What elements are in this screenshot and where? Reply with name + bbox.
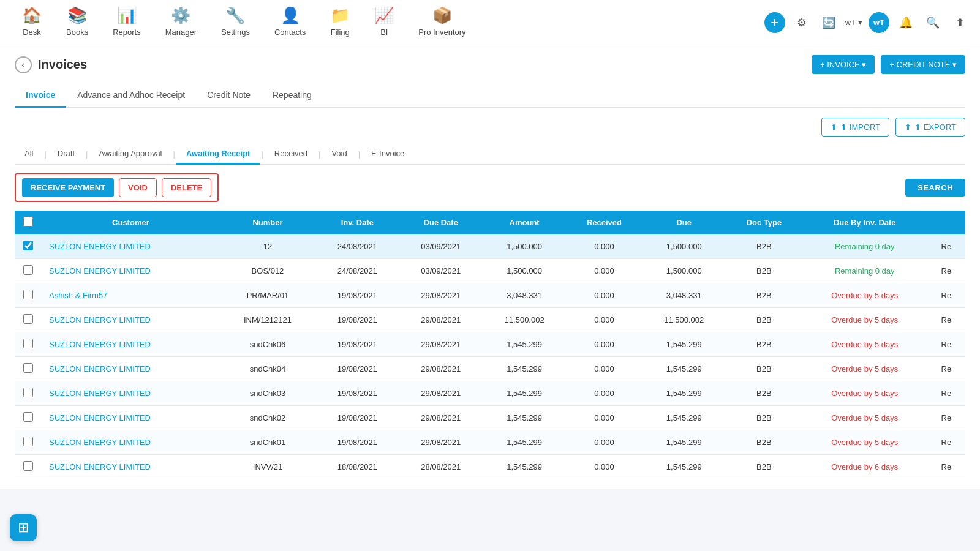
amount-cell: 1,545.299	[483, 357, 566, 381]
filter-awaiting-approval[interactable]: Awaiting Approval	[89, 144, 172, 165]
amount-cell: 1,545.299	[483, 406, 566, 430]
received-cell: 0.000	[566, 357, 642, 381]
received-cell: 0.000	[566, 406, 642, 430]
row-checkbox-1[interactable]	[23, 265, 33, 275]
extra-cell: Re	[927, 357, 965, 381]
filter-awaiting-receipt[interactable]: Awaiting Receipt	[176, 144, 260, 165]
row-checkbox-cell	[15, 381, 42, 406]
search-nav-button[interactable]: 🔍	[922, 12, 943, 33]
row-checkbox-9[interactable]	[23, 461, 33, 471]
invoice-dropdown-button[interactable]: + INVOICE ▾	[812, 55, 875, 74]
row-checkbox-2[interactable]	[23, 290, 33, 299]
export-button[interactable]: ⬆ ⬆ EXPORT	[895, 118, 965, 137]
customer-link[interactable]: SUZLON ENERGY LIMITED	[49, 438, 151, 447]
nav-manager[interactable]: ⚙️ Manager	[153, 0, 209, 45]
customer-link[interactable]: SUZLON ENERGY LIMITED	[49, 266, 151, 276]
tab-invoice[interactable]: Invoice	[15, 84, 66, 108]
desk-icon: 🏠	[22, 6, 42, 25]
due-cell: 1,545.299	[643, 381, 726, 406]
tab-credit-note[interactable]: Credit Note	[196, 84, 262, 108]
row-checkbox-4[interactable]	[23, 339, 33, 348]
customer-link[interactable]: SUZLON ENERGY LIMITED	[49, 462, 151, 471]
number-cell: sndChk06	[220, 332, 315, 357]
customer-link[interactable]: SUZLON ENERGY LIMITED	[49, 389, 151, 398]
nav-desk[interactable]: 🏠 Desk	[10, 0, 54, 45]
credit-note-dropdown-button[interactable]: + CREDIT NOTE ▾	[881, 55, 965, 74]
received-cell: 0.000	[566, 430, 642, 455]
table-row: SUZLON ENERGY LIMITED 12 24/08/2021 03/0…	[15, 234, 965, 259]
filter-void[interactable]: Void	[322, 144, 356, 165]
nav-contacts-label: Contacts	[274, 28, 306, 37]
row-checkbox-8[interactable]	[23, 437, 33, 446]
org-label-row[interactable]: wT ▾	[845, 18, 862, 27]
nav-pro-inventory[interactable]: 📦 Pro Inventory	[406, 0, 478, 45]
pro-inventory-icon: 📦	[432, 6, 452, 25]
select-all-checkbox[interactable]	[23, 217, 33, 227]
filing-icon: 📁	[330, 6, 350, 25]
contacts-icon: 👤	[281, 6, 300, 25]
customer-link[interactable]: SUZLON ENERGY LIMITED	[49, 413, 151, 422]
extra-cell: Re	[927, 430, 965, 455]
nav-bi[interactable]: 📈 BI	[362, 0, 406, 45]
nav-settings[interactable]: 🔧 Settings	[209, 0, 262, 45]
customer-link[interactable]: SUZLON ENERGY LIMITED	[49, 364, 151, 373]
org-switcher[interactable]: 🔄	[818, 12, 839, 33]
row-checkbox-7[interactable]	[23, 412, 33, 422]
number-cell: sndChk01	[220, 430, 315, 455]
nav-books[interactable]: 📚 Books	[54, 0, 100, 45]
export-nav-button[interactable]: ⬆	[949, 12, 970, 33]
filter-e-invoice[interactable]: E-Invoice	[361, 144, 414, 165]
row-checkbox-5[interactable]	[23, 363, 33, 373]
void-button[interactable]: VOID	[119, 178, 157, 197]
customer-link[interactable]: SUZLON ENERGY LIMITED	[49, 315, 151, 324]
export-btn-label: ⬆ EXPORT	[914, 122, 956, 132]
import-btn-label: ⬆ IMPORT	[840, 122, 880, 132]
row-checkbox-3[interactable]	[23, 314, 33, 324]
received-cell: 0.000	[566, 381, 642, 406]
receive-payment-button[interactable]: RECEIVE PAYMENT	[22, 178, 114, 197]
due-cell: 1,500.000	[643, 259, 726, 283]
extra-cell: Re	[927, 332, 965, 357]
avatar[interactable]: wT	[869, 12, 889, 33]
filter-draft[interactable]: Draft	[48, 144, 85, 165]
back-button[interactable]: ‹	[15, 56, 32, 73]
due-cell: 1,545.299	[643, 357, 726, 381]
received-cell: 0.000	[566, 283, 642, 308]
import-button[interactable]: ⬆ ⬆ IMPORT	[821, 118, 889, 137]
row-checkbox-cell	[15, 406, 42, 430]
gear-icon-button[interactable]: ⚙	[791, 12, 812, 33]
col-customer: Customer	[42, 211, 220, 234]
tab-repeating[interactable]: Repeating	[262, 84, 323, 108]
table-row: SUZLON ENERGY LIMITED sndChk04 19/08/202…	[15, 357, 965, 381]
tab-advance[interactable]: Advance and Adhoc Receipt	[66, 84, 196, 108]
filter-all[interactable]: All	[15, 144, 43, 165]
doc-type-cell: B2B	[726, 357, 802, 381]
filter-received[interactable]: Received	[265, 144, 317, 165]
customer-link[interactable]: Ashish & Firm57	[49, 291, 107, 300]
row-checkbox-6[interactable]	[23, 388, 33, 397]
add-new-button[interactable]: +	[764, 12, 785, 33]
col-number: Number	[220, 211, 315, 234]
customer-link[interactable]: SUZLON ENERGY LIMITED	[49, 340, 151, 349]
delete-button[interactable]: DELETE	[162, 178, 211, 197]
due-date-cell: 28/08/2021	[399, 455, 483, 479]
table-row: SUZLON ENERGY LIMITED INVV/21 18/08/2021…	[15, 455, 965, 479]
customer-link[interactable]: SUZLON ENERGY LIMITED	[49, 242, 151, 251]
doc-type-cell: B2B	[726, 455, 802, 479]
row-checkbox-0[interactable]	[23, 241, 33, 250]
search-button[interactable]: SEARCH	[905, 179, 965, 197]
nav-reports[interactable]: 📊 Reports	[100, 0, 153, 45]
due-date-cell: 03/09/2021	[399, 259, 483, 283]
doc-type-cell: B2B	[726, 381, 802, 406]
nav-contacts[interactable]: 👤 Contacts	[262, 0, 318, 45]
nav-filing[interactable]: 📁 Filing	[318, 0, 362, 45]
invoice-table: Customer Number Inv. Date Due Date Amoun…	[15, 211, 965, 479]
main-content: ‹ Invoices + INVOICE ▾ + CREDIT NOTE ▾ I…	[0, 45, 980, 489]
table-header: Customer Number Inv. Date Due Date Amoun…	[15, 211, 965, 234]
doc-type-cell: B2B	[726, 406, 802, 430]
due-date-cell: 29/08/2021	[399, 308, 483, 332]
notification-button[interactable]: 🔔	[895, 12, 916, 33]
customer-cell: Ashish & Firm57	[42, 283, 220, 308]
table-row: SUZLON ENERGY LIMITED sndChk06 19/08/202…	[15, 332, 965, 357]
received-cell: 0.000	[566, 455, 642, 479]
